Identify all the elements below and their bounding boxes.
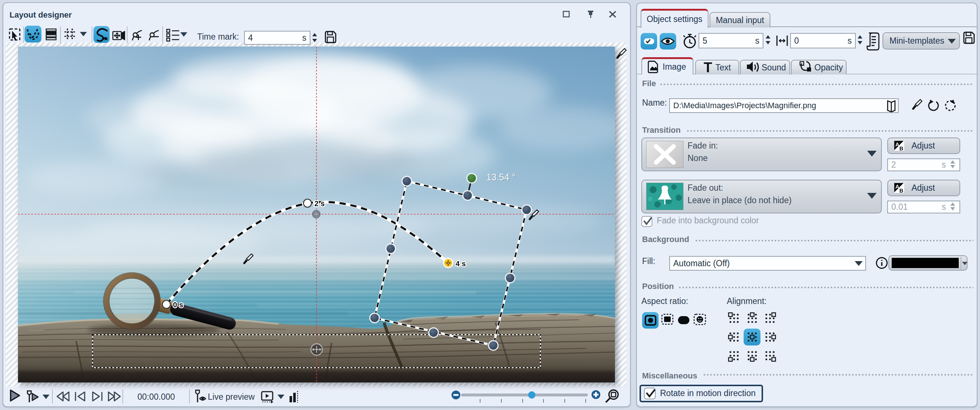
svg-text:A: A [895,183,899,190]
svg-text:T: T [704,60,712,75]
svg-text:A: A [895,141,899,147]
svg-text:B: B [899,187,904,194]
svg-text:B: B [899,145,904,152]
